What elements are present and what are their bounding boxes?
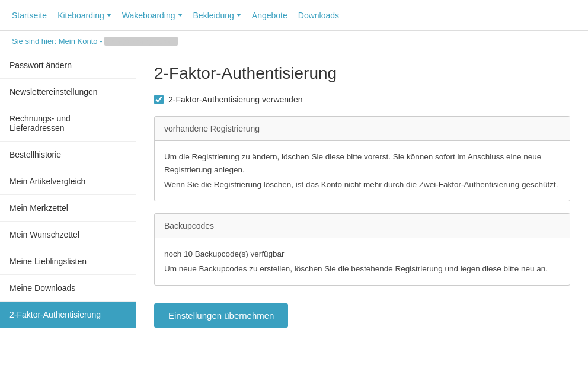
page-layout: Passwort ändern Newslettereinstellungen …: [0, 52, 588, 378]
nav-bekleidung[interactable]: Bekleidung: [193, 11, 241, 20]
sidebar-item-passwort[interactable]: Passwort ändern: [0, 52, 136, 79]
chevron-down-icon: [237, 14, 241, 17]
sidebar-item-bestellhistorie[interactable]: Bestellhistorie: [0, 142, 136, 168]
registration-section-header: vorhandene Registrierung: [155, 117, 570, 141]
submit-button[interactable]: Einstellungen übernehmen: [154, 303, 288, 328]
chevron-down-icon: [178, 14, 183, 17]
sidebar-item-adressen[interactable]: Rechnungs- und Lieferadressen: [0, 105, 136, 142]
sidebar-item-newsletter[interactable]: Newslettereinstellungen: [0, 79, 136, 105]
sidebar-item-downloads[interactable]: Meine Downloads: [0, 275, 136, 302]
sidebar-item-merkzettel[interactable]: Mein Merkzettel: [0, 195, 136, 222]
sidebar-item-2fa[interactable]: 2-Faktor-Authentisierung: [0, 302, 136, 328]
nav-wakeboarding[interactable]: Wakeboarding: [122, 11, 183, 20]
page-title: 2-Faktor-Authentisierung: [154, 64, 570, 83]
nav-downloads[interactable]: Downloads: [298, 11, 339, 20]
breadcrumb: Sie sind hier: Mein Konto - user@example…: [0, 31, 588, 52]
chevron-down-icon: [107, 14, 111, 17]
breadcrumb-email: user@example.com: [104, 37, 178, 46]
sidebar-item-wunschzettel[interactable]: Mein Wunschzettel: [0, 222, 136, 248]
nav-angebote[interactable]: Angebote: [252, 11, 287, 20]
breadcrumb-prefix: Sie sind hier:: [12, 37, 56, 46]
2fa-checkbox-label: 2-Faktor-Authentisierung verwenden: [168, 95, 302, 104]
registration-text-2: Wenn Sie die Registrierung löschen, ist …: [164, 178, 560, 191]
main-nav: Startseite Kiteboarding Wakeboarding Bek…: [0, 0, 588, 31]
breadcrumb-link[interactable]: Mein Konto: [59, 37, 98, 46]
nav-kiteboarding[interactable]: Kiteboarding: [57, 11, 111, 20]
sidebar-item-lieblingslisten[interactable]: Meine Lieblingslisten: [0, 248, 136, 275]
registration-section-body: Um die Registrierung zu ändern, löschen …: [155, 141, 570, 201]
backup-section-body: noch 10 Backupcode(s) verfügbar Um neue …: [155, 238, 570, 285]
backup-text-1: noch 10 Backupcode(s) verfügbar: [164, 248, 560, 261]
2fa-checkbox[interactable]: [154, 95, 164, 104]
backup-section-header: Backupcodes: [155, 214, 570, 238]
backup-section: Backupcodes noch 10 Backupcode(s) verfüg…: [154, 213, 570, 286]
sidebar-item-artikelvergleich[interactable]: Mein Artikelvergleich: [0, 168, 136, 195]
registration-text-1: Um die Registrierung zu ändern, löschen …: [164, 150, 560, 176]
backup-text-2: Um neue Backupcodes zu erstellen, lösche…: [164, 262, 560, 276]
sidebar: Passwort ändern Newslettereinstellungen …: [0, 52, 136, 378]
registration-section: vorhandene Registrierung Um die Registri…: [154, 116, 570, 201]
main-content: 2-Faktor-Authentisierung 2-Faktor-Authen…: [136, 52, 588, 378]
nav-startseite[interactable]: Startseite: [12, 11, 47, 20]
2fa-checkbox-row: 2-Faktor-Authentisierung verwenden: [154, 95, 570, 104]
